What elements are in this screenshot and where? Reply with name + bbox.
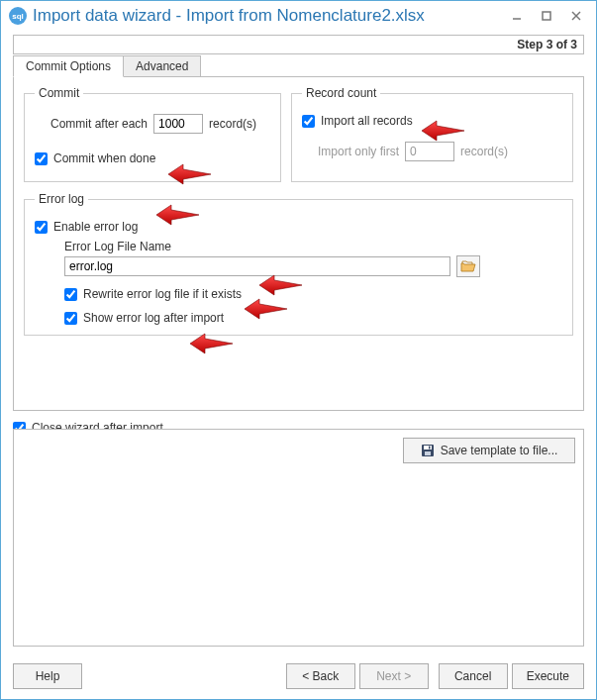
step-indicator: Step 3 of 3	[13, 35, 584, 54]
commit-records-suffix: record(s)	[209, 117, 256, 131]
folder-open-icon	[460, 259, 476, 273]
show-error-log-checkbox[interactable]	[64, 312, 77, 325]
tab-row: Commit Options Advanced	[13, 55, 584, 77]
import-only-first-label: Import only first	[318, 145, 399, 158]
floppy-icon	[421, 444, 435, 457]
next-button: Next >	[359, 663, 429, 689]
svg-rect-2	[543, 12, 550, 20]
tab-commit-options[interactable]: Commit Options	[13, 55, 124, 77]
help-button[interactable]: Help	[13, 663, 82, 689]
svg-rect-6	[424, 446, 432, 450]
window-title: Import data wizard - Import from Nomencl…	[33, 6, 509, 26]
maximize-button[interactable]	[539, 8, 554, 24]
step-label: Step 3 of 3	[517, 38, 577, 51]
cancel-button[interactable]: Cancel	[439, 663, 508, 689]
import-all-records-checkbox[interactable]	[302, 115, 315, 128]
svg-text:sql: sql	[12, 12, 24, 21]
tab-panel: Commit Commit after each record(s) Commi…	[13, 76, 584, 411]
close-button[interactable]	[568, 8, 584, 24]
app-icon: sql	[9, 7, 27, 25]
enable-error-log-label: Enable error log	[53, 220, 138, 234]
error-log-file-input[interactable]	[64, 256, 450, 276]
import-only-first-suffix: record(s)	[460, 145, 508, 158]
commit-after-each-label: Commit after each	[50, 117, 148, 131]
title-bar: sql Import data wizard - Import from Nom…	[1, 1, 596, 31]
commit-group: Commit Commit after each record(s) Commi…	[24, 86, 281, 182]
record-count-group: Record count Import all records Import o…	[291, 86, 573, 182]
commit-legend: Commit	[35, 86, 83, 100]
browse-button[interactable]	[456, 255, 480, 277]
error-log-file-label: Error Log File Name	[64, 240, 562, 253]
error-log-group: Error log Enable error log Error Log Fil…	[24, 192, 573, 336]
rewrite-error-log-checkbox[interactable]	[64, 288, 77, 301]
show-error-log-label: Show error log after import	[83, 311, 224, 325]
error-log-legend: Error log	[35, 192, 88, 206]
button-bar: Help < Back Next > Cancel Execute	[13, 663, 584, 689]
save-template-button[interactable]: Save template to file...	[403, 438, 575, 463]
rewrite-error-log-label: Rewrite error log file if it exists	[83, 287, 242, 301]
save-template-label: Save template to file...	[441, 444, 558, 457]
enable-error-log-checkbox[interactable]	[35, 221, 48, 234]
svg-rect-8	[429, 447, 431, 450]
commit-after-each-input[interactable]	[153, 114, 203, 134]
commit-when-done-label: Commit when done	[53, 151, 155, 165]
import-all-records-label: Import all records	[321, 114, 413, 128]
svg-rect-7	[425, 451, 431, 455]
minimize-button[interactable]	[509, 8, 525, 24]
window-controls	[509, 8, 584, 24]
back-button[interactable]: < Back	[286, 663, 355, 689]
template-panel: Save template to file...	[13, 429, 584, 647]
commit-when-done-checkbox[interactable]	[35, 152, 48, 165]
record-count-legend: Record count	[302, 86, 380, 100]
import-only-first-input	[405, 142, 454, 161]
execute-button[interactable]: Execute	[512, 663, 584, 689]
tab-advanced[interactable]: Advanced	[123, 55, 201, 76]
